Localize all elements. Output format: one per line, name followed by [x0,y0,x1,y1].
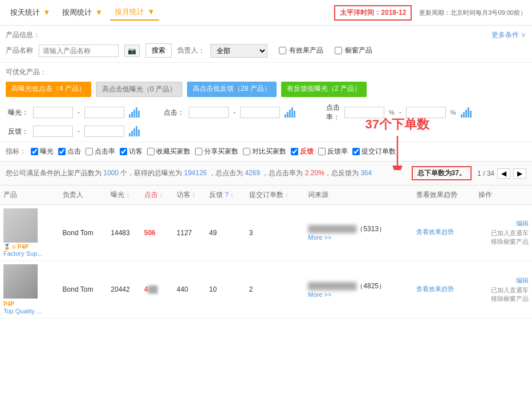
action-sub1-1: 已加入直通车 [491,229,529,236]
th-orders: 提交订单数 ↕ [246,186,304,205]
metrics-label: 指标： [6,147,26,156]
exposure-filter-row: 曝光： - 点击： - 点击率： % - % [6,103,526,122]
exposure-label: 曝光： [6,108,29,118]
feedback-max[interactable] [84,126,124,137]
optimizable-label: 可优化产品： [6,67,526,77]
orders-cell-1: 3 [246,205,304,261]
product-cell-2: P4P Top Quality ... [0,261,59,319]
tag-high-exposure[interactable]: 高曝光低点击（4 产品） [6,82,91,97]
orders-cell-2: 2 [246,261,304,319]
owner-cell-2: Bond Tom [59,261,108,319]
feedback-filter-row: 反馈： - [6,126,526,137]
trend-cell-2: 查看效果趋势 [413,261,474,319]
window-checkbox[interactable] [335,47,342,54]
metric-exposure-checkbox[interactable] [31,148,38,155]
product-badge-2: P4P [3,300,56,308]
metric-feedback: 反馈 [291,147,314,156]
feedback-min[interactable] [33,126,73,137]
prev-page-btn[interactable]: ◀ [497,168,510,179]
more-conditions-btn[interactable]: 更多条件 ∨ [492,30,526,40]
summary-text: 您公司满足条件的上架产品数为 1000 个，获得的总曝光为 194126 ，总点… [6,168,412,178]
click-min[interactable] [189,107,229,118]
feedback-label: 反馈： [6,127,29,136]
time-box: 太平洋时间：2018-12 [334,5,412,21]
click-rate-label: 点击率： [317,103,340,122]
owner-select[interactable]: 全部 [210,44,267,58]
scan-icon[interactable]: 📷 [124,45,140,57]
metric-orders-checkbox[interactable] [352,148,360,155]
search-button[interactable]: 搜索 [145,43,172,58]
th-click[interactable]: 点击 ↕ [141,186,173,205]
exposure-min[interactable] [33,107,73,118]
optimizable-section: 可优化产品： 高曝光低点击（4 产品） 高点击低曝光（0 产品） 高点击低反馈（… [0,63,532,142]
view-trend-1[interactable]: 查看效果趋势 [416,228,471,236]
feedback-cell-1: 49 [206,205,246,261]
keyword-cell-1: ██████████（5313） More >> [304,205,413,261]
more-keywords-2[interactable]: More >> [308,291,409,298]
metric-visitor-checkbox[interactable] [120,148,127,155]
metrics-section: 指标： 曝光 点击 点击率 访客 收藏买家数 分享买家数 对比买家数 [0,142,532,162]
keyword-cell-2: ██████████（4825） More >> [304,261,413,319]
name-label: 产品名称 [6,46,33,55]
metric-share: 分享买家数 [195,147,238,156]
click-rate-max[interactable] [406,107,446,118]
metric-click: 点击 [58,147,81,156]
product-cell-1: 🏅 ♔ P4P Factory Sup... [0,205,59,261]
product-name-2[interactable]: Top Quality ... [3,308,56,315]
th-visitor: 访客 ↕ [173,186,206,205]
click-rate-mini-chart [461,107,472,118]
product-info-section: 产品信息： 更多条件 ∨ 产品名称 📷 搜索 负责人： 全部 有效果产品 橱窗产… [0,26,532,63]
effective-checkbox[interactable] [279,47,286,54]
top-nav: 按天统计 ▼ 按周统计 ▼ 按月统计 ▼ 太平洋时间：2018-12 更新周期：… [0,0,532,26]
action-cell-2: 编辑 已加入直通车 移除橱窗产品 [475,261,532,319]
trend-cell-1: 查看效果趋势 [413,205,474,261]
click-rate-min[interactable] [344,107,384,118]
page-info: 1 / 34 ◀ ▶ [477,168,526,179]
th-keyword: 词来源 [304,186,413,205]
product-badge-1: 🏅 ♔ P4P [3,244,56,250]
metric-favorite-checkbox[interactable] [147,148,155,155]
metric-visitor: 访客 [120,147,143,156]
metric-click-rate-checkbox[interactable] [86,148,93,155]
metric-compare-checkbox[interactable] [243,148,250,155]
metric-favorite: 收藏买家数 [147,147,190,156]
view-trend-2[interactable]: 查看效果趋势 [416,285,471,293]
metric-feedback-rate-checkbox[interactable] [318,148,326,155]
metric-feedback-checkbox[interactable] [291,148,298,155]
metric-share-checkbox[interactable] [195,148,202,155]
table-row: P4P Top Quality ... Bond Tom 20442 4██ 4… [0,261,532,319]
window-label: 橱窗产品 [345,46,372,55]
edit-btn-1[interactable]: 编辑 [478,219,529,228]
tag-feedback-low-exposure[interactable]: 有反馈低曝光（2 产品） [281,82,367,97]
tags-row: 高曝光低点击（4 产品） 高点击低曝光（0 产品） 高点击低反馈（28 产品） … [6,82,526,97]
metric-click-checkbox[interactable] [58,148,66,155]
metric-exposure: 曝光 [31,147,54,156]
effective-product-checkbox: 有效果产品 [279,46,323,55]
click-cell-2: 4██ [141,261,173,319]
exposure-cell-1: 14483 [107,205,140,261]
metric-orders: 提交订单数 [352,147,396,156]
metric-compare: 对比买家数 [243,147,286,156]
click-max[interactable] [240,107,280,118]
th-trend: 查看效果趋势 [413,186,474,205]
th-feedback: 反馈 ? ↕ [206,186,246,205]
crown-icon-1: ♔ [11,244,17,250]
more-keywords-1[interactable]: More >> [308,234,409,241]
window-product-checkbox: 橱窗产品 [335,46,372,55]
product-name-input[interactable] [39,45,119,57]
edit-btn-2[interactable]: 编辑 [478,276,529,285]
nav-monthly[interactable]: 按月统计 ▼ [110,5,159,21]
metric-click-rate: 点击率 [86,147,115,156]
nav-weekly[interactable]: 按周统计 ▼ [58,5,107,20]
visitor-cell-1: 1127 [173,205,206,261]
tag-high-click-low-feedback[interactable]: 高点击低反馈（28 产品） [187,82,277,97]
tag-high-click-low-exposure[interactable]: 高点击低曝光（0 产品） [96,82,182,97]
visitor-cell-2: 440 [173,261,206,319]
table-header-row: 产品 负责人 曝光 ↕ 点击 ↕ 访客 ↕ 反馈 ? ↕ 提交订单数 ↕ 词来源… [0,186,532,205]
th-owner: 负责人 [59,186,108,205]
nav-daily[interactable]: 按天统计 ▼ [6,5,55,20]
exposure-max[interactable] [84,107,124,118]
product-name-1[interactable]: Factory Sup... [3,250,56,257]
next-page-btn[interactable]: ▶ [513,168,526,179]
action-cell-1: 编辑 已加入直通车 移除橱窗产品 [475,205,532,261]
